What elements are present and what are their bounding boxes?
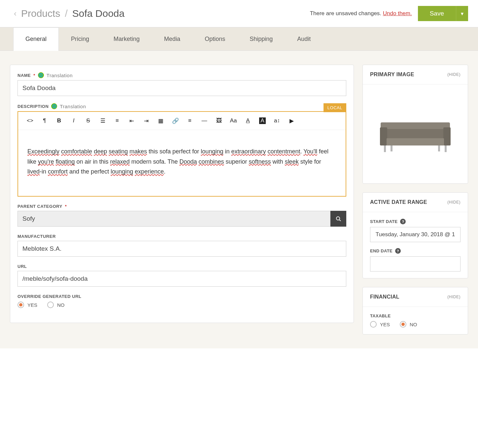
- required-icon: *: [33, 73, 35, 78]
- financial-card: FINANCIAL (HIDE) TAXABLE YES NO: [362, 287, 468, 335]
- horizontal-rule-icon[interactable]: —: [197, 115, 212, 126]
- tab-pricing[interactable]: Pricing: [59, 27, 101, 50]
- end-date-label: END DATE ?: [370, 248, 461, 254]
- help-icon[interactable]: ?: [400, 219, 406, 224]
- manufacturer-input[interactable]: [17, 241, 346, 257]
- parent-category-label-text: PARENT CATEGORY: [17, 204, 62, 209]
- back-chevron-icon[interactable]: ‹: [14, 9, 17, 18]
- table-icon[interactable]: ▦: [154, 115, 168, 126]
- italic-icon[interactable]: I: [66, 115, 81, 126]
- background-color-icon[interactable]: A: [259, 117, 266, 124]
- active-date-range-card: ACTIVE DATE RANGE (HIDE) START DATE ? EN…: [362, 192, 468, 278]
- text-color-icon[interactable]: A: [241, 115, 255, 126]
- svg-rect-5: [443, 127, 451, 145]
- link-icon[interactable]: 🔗: [168, 115, 183, 126]
- radio-icon: [370, 321, 377, 328]
- url-input[interactable]: [17, 271, 346, 287]
- translation-link[interactable]: Translation: [47, 73, 73, 78]
- help-icon[interactable]: ?: [395, 248, 401, 254]
- line-height-icon[interactable]: a↕: [270, 115, 284, 126]
- breadcrumb-separator: /: [65, 8, 67, 19]
- paragraph-icon[interactable]: ¶: [37, 115, 52, 126]
- override-url-label-text: OVERRIDE GENERATED URL: [17, 294, 82, 299]
- manufacturer-label: MANUFACTURER: [17, 234, 346, 239]
- financial-hide-link[interactable]: (HIDE): [447, 295, 461, 299]
- tab-options[interactable]: Options: [192, 27, 237, 50]
- indent-icon[interactable]: ⇥: [139, 115, 154, 126]
- svg-rect-9: [391, 145, 393, 151]
- tab-audit[interactable]: Audit: [285, 27, 323, 50]
- financial-title: FINANCIAL: [370, 294, 399, 300]
- strikethrough-icon[interactable]: S: [81, 115, 95, 126]
- name-field: NAME * 🌐 Translation: [17, 72, 346, 96]
- override-url-label: OVERRIDE GENERATED URL: [17, 294, 346, 299]
- translation-link[interactable]: Translation: [60, 104, 86, 109]
- bold-icon[interactable]: B: [52, 115, 66, 126]
- description-editor-body[interactable]: Exceedingly comfortable deep seating mak…: [18, 130, 346, 196]
- override-url-radio-group: YES NO: [17, 302, 346, 308]
- globe-icon[interactable]: 🌐: [38, 72, 44, 78]
- name-input[interactable]: [17, 80, 346, 96]
- parent-category-search-button[interactable]: [330, 211, 346, 227]
- start-date-input[interactable]: [370, 227, 461, 242]
- override-url-yes[interactable]: YES: [17, 302, 37, 308]
- url-field: URL: [17, 264, 346, 287]
- local-badge: LOCAL: [324, 103, 346, 112]
- primary-image-header: PRIMARY IMAGE (HIDE): [363, 65, 468, 84]
- tab-general[interactable]: General: [13, 27, 59, 51]
- svg-point-0: [336, 217, 340, 220]
- align-icon[interactable]: ≡: [183, 115, 197, 126]
- taxable-yes[interactable]: YES: [370, 321, 390, 328]
- save-dropdown-button[interactable]: ▾: [456, 6, 468, 21]
- url-label: URL: [17, 264, 346, 269]
- image-icon[interactable]: 🖼: [212, 115, 226, 126]
- code-view-icon[interactable]: <>: [23, 115, 37, 126]
- tab-media[interactable]: Media: [152, 27, 192, 50]
- required-icon: *: [65, 204, 67, 209]
- name-label: NAME * 🌐 Translation: [17, 72, 346, 78]
- override-url-no[interactable]: NO: [47, 302, 65, 308]
- taxable-label: TAXABLE: [370, 313, 461, 318]
- end-date-input[interactable]: [370, 256, 461, 272]
- taxable-label-text: TAXABLE: [370, 313, 391, 318]
- svg-rect-6: [387, 138, 444, 145]
- override-url-field: OVERRIDE GENERATED URL YES NO: [17, 294, 346, 308]
- breadcrumb-parent[interactable]: Products: [21, 8, 60, 19]
- parent-category-label: PARENT CATEGORY *: [17, 204, 346, 209]
- unordered-list-icon[interactable]: ☰: [95, 115, 110, 126]
- override-url-no-label: NO: [57, 302, 65, 308]
- save-button[interactable]: Save: [418, 6, 456, 21]
- financial-header: FINANCIAL (HIDE): [363, 287, 468, 307]
- save-button-group: Save ▾: [418, 6, 468, 21]
- active-date-range-body: START DATE ? END DATE ?: [363, 212, 468, 278]
- workspace: NAME * 🌐 Translation DESCRIPTION 🌐 Trans…: [0, 51, 478, 348]
- tab-marketing[interactable]: Marketing: [101, 27, 152, 50]
- radio-icon: [17, 302, 24, 308]
- video-icon[interactable]: ▶: [284, 115, 299, 126]
- financial-body: TAXABLE YES NO: [363, 307, 468, 334]
- override-url-yes-label: YES: [27, 302, 37, 308]
- editor-toolbar: <> ¶ B I S ☰ ≡ ⇤ ⇥ ▦ 🔗 ≡ — 🖼 Aa A A: [18, 112, 346, 130]
- parent-category-input[interactable]: [17, 211, 330, 227]
- text-size-icon[interactable]: Aa: [226, 115, 241, 126]
- breadcrumb-current: Sofa Dooda: [72, 8, 124, 19]
- parent-category-field: PARENT CATEGORY *: [17, 204, 346, 227]
- globe-icon[interactable]: 🌐: [51, 103, 57, 109]
- svg-rect-10: [438, 145, 440, 151]
- taxable-no[interactable]: NO: [400, 321, 417, 328]
- primary-image-hide-link[interactable]: (HIDE): [447, 72, 461, 77]
- svg-rect-8: [445, 145, 447, 152]
- manufacturer-label-text: MANUFACTURER: [17, 234, 56, 239]
- active-date-range-header: ACTIVE DATE RANGE (HIDE): [363, 193, 468, 212]
- unsaved-text: There are unsaved changes.: [310, 10, 381, 16]
- taxable-yes-label: YES: [380, 322, 390, 327]
- ordered-list-icon[interactable]: ≡: [110, 115, 124, 126]
- start-date-label: START DATE ?: [370, 219, 461, 224]
- undo-link[interactable]: Undo them.: [383, 10, 412, 16]
- end-date-label-text: END DATE: [370, 248, 393, 253]
- primary-image-body[interactable]: [363, 84, 468, 183]
- outdent-icon[interactable]: ⇤: [124, 115, 139, 126]
- tab-shipping[interactable]: Shipping: [237, 27, 285, 50]
- parent-category-lookup: [17, 211, 346, 227]
- active-date-range-hide-link[interactable]: (HIDE): [447, 200, 461, 205]
